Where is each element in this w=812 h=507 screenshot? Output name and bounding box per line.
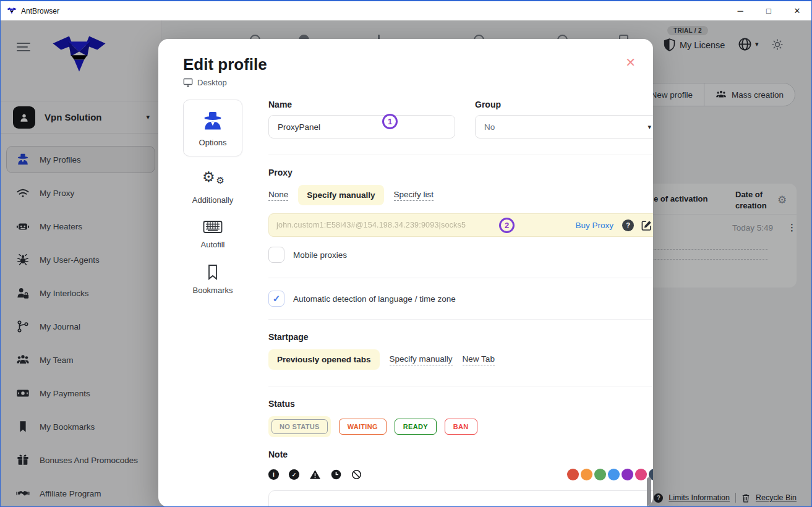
spy-icon [202, 110, 224, 132]
close-window-icon[interactable]: ✕ [783, 1, 811, 20]
keyboard-icon [203, 219, 223, 234]
color-swatch[interactable] [581, 469, 592, 480]
startpage-tab-previous[interactable]: Previously opened tabs [268, 349, 380, 370]
group-value: No [484, 122, 495, 132]
proxy-tab-specify-list[interactable]: Specify list [394, 190, 434, 201]
edit-profile-modal: ✕ Edit profile Desktop Options [158, 39, 653, 507]
mobile-proxies-checkbox[interactable] [268, 247, 284, 263]
proxy-label: Proxy [268, 168, 653, 177]
status-ready-button[interactable]: READY [395, 419, 437, 435]
startpage-tab-specify-manually[interactable]: Specify manually [390, 354, 453, 365]
tab-options[interactable]: Options [183, 100, 242, 156]
help-icon[interactable]: ? [622, 219, 634, 231]
modal-scrollbar[interactable] [647, 477, 651, 507]
minimize-icon[interactable]: ─ [726, 1, 754, 20]
profile-type-label: Desktop [197, 78, 227, 87]
proxy-tab-specify-manually[interactable]: Specify manually [298, 185, 383, 205]
note-label: Note [268, 449, 653, 459]
tab-label: Autofill [200, 240, 224, 249]
mobile-proxies-label: Mobile proxies [293, 250, 347, 260]
proxy-value: john.custom1:E58i43#@154.198.34.239:9093… [276, 221, 575, 229]
color-swatch[interactable] [622, 469, 633, 480]
group-select[interactable]: No ▾ [475, 115, 653, 138]
tab-additionally[interactable]: ⚙⚙ Additionally [183, 171, 242, 205]
note-color-palette [567, 469, 653, 480]
color-swatch[interactable] [594, 469, 606, 480]
note-check-icon[interactable]: ✓ [289, 469, 299, 480]
tab-bookmarks[interactable]: Bookmarks [183, 264, 242, 295]
app-logo-icon [7, 7, 17, 15]
modal-close-icon[interactable]: ✕ [625, 55, 636, 70]
step-2-badge: 2 [499, 218, 515, 233]
note-textarea[interactable] [268, 490, 653, 507]
startpage-label: Startpage [268, 332, 653, 342]
maximize-icon[interactable]: □ [754, 1, 783, 20]
note-clock-icon[interactable] [331, 469, 341, 480]
status-ban-button[interactable]: BAN [445, 419, 477, 435]
tab-label: Options [199, 138, 227, 147]
status-label: Status [268, 399, 653, 409]
note-info-icon[interactable]: i [268, 469, 279, 480]
name-label: Name [268, 100, 455, 109]
color-swatch[interactable] [567, 469, 579, 480]
chevron-down-icon: ▾ [647, 123, 651, 131]
auto-detect-checkbox[interactable]: ✓ [268, 291, 284, 307]
modal-title: Edit profile [183, 55, 628, 74]
bookmark-outline-icon [205, 264, 220, 280]
status-waiting-button[interactable]: WAITING [339, 419, 387, 435]
app-window: AntBrowser ─ □ ✕ [0, 0, 812, 507]
tab-label: Bookmarks [192, 286, 233, 295]
status-no-status-button[interactable]: NO STATUS [268, 416, 331, 437]
note-warning-icon[interactable] [309, 469, 321, 480]
tab-label: Additionally [192, 195, 234, 205]
color-swatch[interactable] [608, 469, 620, 480]
auto-detect-label: Automatic detection of language / time z… [293, 294, 456, 304]
edit-icon[interactable] [641, 219, 652, 231]
modal-tabs: Options ⚙⚙ Additionally Autofill [183, 100, 242, 507]
startpage-tab-new-tab[interactable]: New Tab [463, 354, 495, 365]
tab-autofill[interactable]: Autofill [183, 219, 242, 249]
proxy-input[interactable]: john.custom1:E58i43#@154.198.34.239:9093… [268, 213, 653, 237]
note-ban-icon[interactable] [351, 469, 362, 480]
monitor-icon [183, 78, 193, 87]
titlebar: AntBrowser ─ □ ✕ [1, 1, 811, 20]
color-swatch[interactable] [635, 469, 647, 480]
proxy-tab-none[interactable]: None [268, 190, 288, 201]
name-input[interactable] [268, 115, 455, 138]
buy-proxy-link[interactable]: Buy Proxy [575, 221, 613, 230]
gears-icon: ⚙⚙ [202, 171, 223, 190]
app-title: AntBrowser [21, 7, 59, 15]
group-label: Group [475, 100, 653, 109]
step-1-badge: 1 [382, 114, 398, 129]
status-label-no-status: NO STATUS [271, 419, 328, 434]
